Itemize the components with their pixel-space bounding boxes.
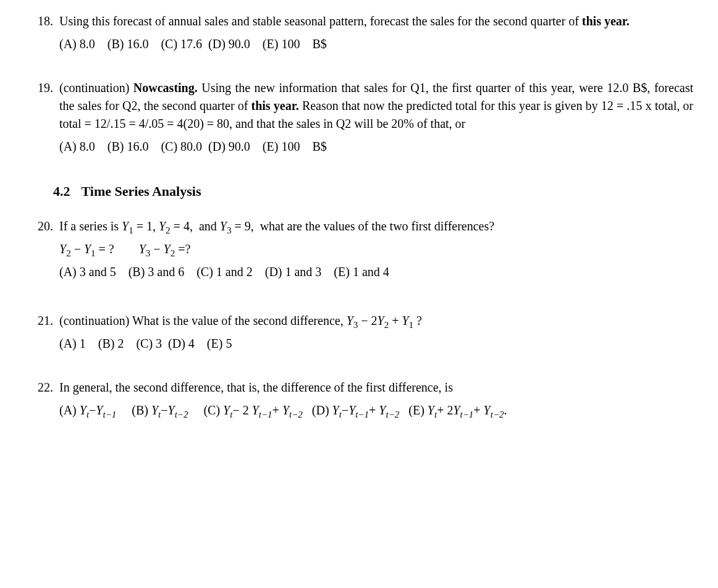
question-number: 18. xyxy=(25,12,59,58)
var-y: Y xyxy=(80,403,87,417)
subscript: t−2 xyxy=(175,410,188,419)
question-text: (continuation) What is the value of the … xyxy=(59,312,693,330)
answer-choices: (A) Yt−Yt−1 (B) Yt−Yt−2 (C) Yt− 2 Yt−1+ … xyxy=(59,401,693,419)
subscript: t−1 xyxy=(259,410,272,419)
var-y: Y xyxy=(332,403,339,417)
answer-choices: (A) 1 (B) 2 (C) 3 (D) 4 (E) 5 xyxy=(59,335,693,353)
var-y: Y xyxy=(402,314,408,327)
question-text: In general, the second difference, that … xyxy=(59,379,693,397)
choice-c: (C) Yt− 2 Yt−1+ Yt−2 xyxy=(191,403,302,417)
question-21: 21. (continuation) What is the value of … xyxy=(25,312,693,358)
subscript: 2 xyxy=(166,225,171,235)
question-number: 19. xyxy=(25,79,59,161)
var-y: Y xyxy=(159,219,166,233)
q18-text-bold: this year. xyxy=(582,14,630,28)
t: =? xyxy=(175,242,190,256)
op: + xyxy=(272,403,282,417)
var-y: Y xyxy=(220,219,227,233)
var-y: Y xyxy=(139,242,146,256)
choice-d: (D) Yt−Yt−1+ Yt−2 xyxy=(306,403,399,417)
var-y: Y xyxy=(96,403,103,417)
op: − xyxy=(161,403,167,417)
label: (D) xyxy=(306,403,332,417)
op: + 2 xyxy=(437,403,453,417)
answer-choices: (A) 8.0 (B) 16.0 (C) 80.0 (D) 90.0 (E) 1… xyxy=(59,138,693,156)
subscript: t−1 xyxy=(103,410,116,419)
label: (B) xyxy=(119,403,151,417)
question-number: 22. xyxy=(25,379,59,424)
op: − xyxy=(150,242,163,256)
label: (A) xyxy=(59,403,80,417)
var-y: Y xyxy=(223,403,230,417)
op: + xyxy=(369,403,379,417)
question-19: 19. (continuation) Nowcasting. Using the… xyxy=(25,79,693,161)
subscript: t−2 xyxy=(289,410,303,419)
question-text: Using this forecast of annual sales and … xyxy=(59,12,693,30)
label: (C) xyxy=(191,403,223,417)
subscript: 1 xyxy=(129,225,133,235)
section-heading: 4.2Time Series Analysis xyxy=(53,182,693,201)
question-number: 20. xyxy=(25,217,59,286)
q21-text: (continuation) What is the value of the … xyxy=(59,314,347,327)
var-y: Y xyxy=(84,242,91,256)
equation-line: Y2 − Y1 = ? Y3 − Y2 =? xyxy=(59,240,693,258)
q19-text-bold2: this year. xyxy=(251,99,299,112)
subscript: t−1 xyxy=(355,410,369,419)
var-y: Y xyxy=(252,403,259,417)
subscript: t−2 xyxy=(491,410,504,419)
var-y: Y xyxy=(428,403,434,417)
subscript: 2 xyxy=(66,248,71,258)
question-22: 22. In general, the second difference, t… xyxy=(25,379,693,424)
question-18: 18. Using this forecast of annual sales … xyxy=(25,12,693,58)
var-y: Y xyxy=(164,242,171,256)
t: = 4, and xyxy=(171,219,220,233)
var-y: Y xyxy=(348,403,355,417)
t: = ? xyxy=(96,242,139,256)
var-y: Y xyxy=(122,219,129,233)
t: ? xyxy=(413,314,422,327)
period: . xyxy=(504,403,507,417)
choice-e: (E) Yt+ 2Yt−1+ Yt−2. xyxy=(402,403,507,417)
q19-text-a: (continuation) xyxy=(59,81,133,94)
op: − 2 xyxy=(232,403,248,417)
subscript: 1 xyxy=(409,320,414,330)
op: + xyxy=(473,403,483,417)
op: − xyxy=(71,242,84,256)
t: = 1, xyxy=(133,219,159,233)
question-text: If a series is Y1 = 1, Y2 = 4, and Y3 = … xyxy=(59,217,693,235)
var-y: Y xyxy=(378,314,384,327)
var-y: Y xyxy=(168,403,175,417)
q20-pre: If a series is xyxy=(59,219,122,233)
answer-choices: (A) 3 and 5 (B) 3 and 6 (C) 1 and 2 (D) … xyxy=(59,263,693,281)
var-y: Y xyxy=(484,403,491,417)
var-y: Y xyxy=(59,242,66,256)
subscript: t−2 xyxy=(386,410,399,419)
op: + xyxy=(389,314,402,327)
answer-choices: (A) 8.0 (B) 16.0 (C) 17.6 (D) 90.0 (E) 1… xyxy=(59,35,693,53)
var-y: Y xyxy=(347,314,353,327)
question-text: (continuation) Nowcasting. Using the new… xyxy=(59,79,693,133)
op: − xyxy=(342,403,348,417)
q18-text-a: Using this forecast of annual sales and … xyxy=(59,14,582,28)
section-title: Time Series Analysis xyxy=(82,183,201,199)
subscript: t−1 xyxy=(460,410,474,419)
var-y: Y xyxy=(453,403,460,417)
var-y: Y xyxy=(282,403,289,417)
t: = 9, what are the values of the two firs… xyxy=(231,219,494,233)
var-y: Y xyxy=(379,403,386,417)
op: − xyxy=(89,403,96,417)
var-y: Y xyxy=(151,403,158,417)
subscript: 1 xyxy=(91,248,96,258)
op: − 2 xyxy=(358,314,377,327)
label: (E) xyxy=(402,403,428,417)
choice-b: (B) Yt−Yt−2 xyxy=(119,403,188,417)
q19-text-bold1: Nowcasting. xyxy=(133,81,198,94)
choice-a: (A) Yt−Yt−1 xyxy=(59,403,116,417)
section-number: 4.2 xyxy=(53,183,70,199)
question-number: 21. xyxy=(25,312,59,358)
question-20: 20. If a series is Y1 = 1, Y2 = 4, and Y… xyxy=(25,217,693,286)
